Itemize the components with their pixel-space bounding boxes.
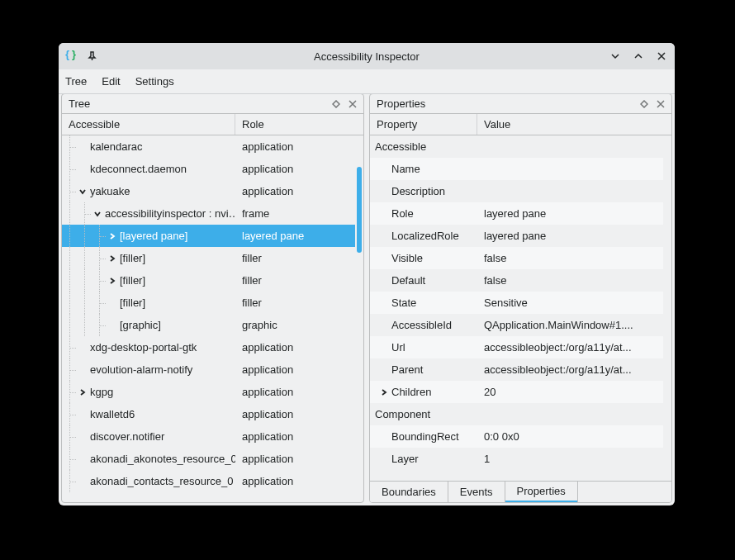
tree-row[interactable]: accessibilityinspector : nvi…frame xyxy=(62,202,355,225)
property-name: AccessibleId xyxy=(391,319,452,331)
tree-row-label: [layered pane] xyxy=(120,230,187,242)
tree-pane-title: Tree xyxy=(69,97,90,110)
menu-tree[interactable]: Tree xyxy=(65,75,87,88)
property-row[interactable]: AccessibleIdQApplication.MainWindow#1...… xyxy=(370,314,663,336)
tree-row[interactable]: kgpgapplication xyxy=(62,381,355,403)
property-row[interactable]: BoundingRect0:0 0x0 xyxy=(370,425,663,448)
chevron-right-icon[interactable] xyxy=(107,253,118,264)
tree-row-label: kwalletd6 xyxy=(90,408,135,420)
tree-row[interactable]: [layered pane]layered pane xyxy=(62,225,355,247)
tree-row-role: filler xyxy=(235,247,355,269)
chevron-down-icon[interactable] xyxy=(77,186,88,197)
property-row[interactable]: Rolelayered pane xyxy=(370,202,663,225)
tree-row-label: [filler] xyxy=(120,252,145,264)
chevron-right-icon[interactable] xyxy=(107,230,118,242)
tree-row[interactable]: kdeconnect.daemonapplication xyxy=(62,158,355,180)
chevron-right-icon[interactable] xyxy=(107,275,118,287)
property-row[interactable]: Description xyxy=(370,180,663,202)
property-row[interactable]: Urlaccessibleobject:/org/a11y/at... xyxy=(370,336,663,358)
tree-row-label: discover.notifier xyxy=(90,430,164,443)
property-row[interactable]: Defaultfalse xyxy=(370,269,663,292)
property-group: Component xyxy=(370,403,663,425)
tab-events[interactable]: Events xyxy=(448,482,505,502)
property-name: Name xyxy=(391,163,420,175)
tree-row[interactable]: akonadi_contacts_resource_0application xyxy=(62,470,355,492)
tree-row-role: application xyxy=(235,135,355,158)
properties-scrollbar[interactable] xyxy=(663,135,671,481)
tree-row[interactable]: [filler]filler xyxy=(62,292,355,314)
tree-row-label: akonadi_contacts_resource_0 xyxy=(90,475,233,487)
tree-row-label: evolution-alarm-notify xyxy=(90,363,192,376)
property-value: accessibleobject:/org/a11y/at... xyxy=(477,358,663,381)
chevron-right-icon[interactable] xyxy=(378,387,390,398)
property-row[interactable]: Visiblefalse xyxy=(370,247,663,269)
tab-properties[interactable]: Properties xyxy=(505,482,577,502)
property-row[interactable]: Children20 xyxy=(370,381,663,403)
tree-body[interactable]: kalendaracapplicationkdeconnect.daemonap… xyxy=(62,135,355,502)
property-value: 0:0 0x0 xyxy=(477,425,663,448)
chevron-right-icon[interactable] xyxy=(77,387,88,398)
property-value: Sensitive xyxy=(477,292,663,314)
pane-close-icon[interactable] xyxy=(655,98,666,110)
window-title: Accessibility Inspector xyxy=(59,50,675,63)
maximize-button[interactable] xyxy=(632,50,645,63)
tree-row-role: graphic xyxy=(235,314,355,336)
tree-row[interactable]: kwalletd6application xyxy=(62,403,355,425)
tree-row[interactable]: [graphic]graphic xyxy=(62,314,355,336)
property-group: Accessible xyxy=(370,135,663,158)
menu-settings[interactable]: Settings xyxy=(135,75,174,88)
tree-row[interactable]: discover.notifierapplication xyxy=(62,425,355,448)
property-value: layered pane xyxy=(477,202,663,225)
props-column-value[interactable]: Value xyxy=(477,114,671,135)
tree-column-accessible[interactable]: Accessible xyxy=(62,114,235,135)
pane-undock-icon[interactable] xyxy=(638,98,650,110)
pane-undock-icon[interactable] xyxy=(330,98,342,110)
tree-row-label: [filler] xyxy=(120,274,145,287)
tree-row-role: application xyxy=(235,470,355,492)
tree-row-label: accessibilityinspector : nvi… xyxy=(105,207,235,220)
minimize-button[interactable] xyxy=(609,50,622,63)
property-row[interactable]: Layer1 xyxy=(370,448,663,470)
tree-row-label: kgpg xyxy=(90,386,113,398)
app-window: {} Accessibility Inspector TreeEditSetti… xyxy=(59,43,675,505)
svg-text:{: { xyxy=(65,48,69,60)
tree-row-role: application xyxy=(235,180,355,202)
chevron-down-icon[interactable] xyxy=(92,208,103,220)
tree-column-role[interactable]: Role xyxy=(235,114,363,135)
property-name: Default xyxy=(391,274,425,287)
property-name: Children xyxy=(391,386,431,398)
properties-body[interactable]: AccessibleNameDescriptionRolelayered pan… xyxy=(370,135,663,481)
tree-row-label: kdeconnect.daemon xyxy=(90,163,187,175)
menu-edit[interactable]: Edit xyxy=(102,75,120,88)
tree-pane-header: Tree xyxy=(62,94,363,114)
props-column-property[interactable]: Property xyxy=(370,114,477,135)
close-button[interactable] xyxy=(655,50,668,63)
property-row[interactable]: StateSensitive xyxy=(370,292,663,314)
property-row[interactable]: LocalizedRolelayered pane xyxy=(370,225,663,247)
menubar: TreeEditSettings xyxy=(59,69,675,94)
tree-row-label: [graphic] xyxy=(120,319,161,331)
tab-boundaries[interactable]: Boundaries xyxy=(370,482,448,502)
property-name: State xyxy=(391,297,416,309)
tree-row[interactable]: [filler]filler xyxy=(62,269,355,292)
tree-row[interactable]: akonadi_akonotes_resource_0application xyxy=(62,448,355,470)
tree-row[interactable]: kalendaracapplication xyxy=(62,135,355,158)
property-row[interactable]: Name xyxy=(370,158,663,180)
tree-row-role: application xyxy=(235,336,355,358)
tree-row-role: frame xyxy=(235,202,355,225)
tree-row[interactable]: yakuakeapplication xyxy=(62,180,355,202)
property-row[interactable]: Parentaccessibleobject:/org/a11y/at... xyxy=(370,358,663,381)
tree-row-role: filler xyxy=(235,292,355,314)
tree-scrollbar[interactable] xyxy=(355,135,363,502)
property-name: Visible xyxy=(391,252,423,264)
tree-row-role: application xyxy=(235,403,355,425)
tree-row-role: filler xyxy=(235,269,355,292)
pin-icon[interactable] xyxy=(85,50,98,63)
property-name: Layer xyxy=(391,453,419,465)
pane-close-icon[interactable] xyxy=(347,98,358,110)
tree-row[interactable]: xdg-desktop-portal-gtkapplication xyxy=(62,336,355,358)
tree-row[interactable]: [filler]filler xyxy=(62,247,355,269)
property-value: 20 xyxy=(477,381,663,403)
tree-row[interactable]: evolution-alarm-notifyapplication xyxy=(62,358,355,381)
tree-row-role: application xyxy=(235,358,355,381)
